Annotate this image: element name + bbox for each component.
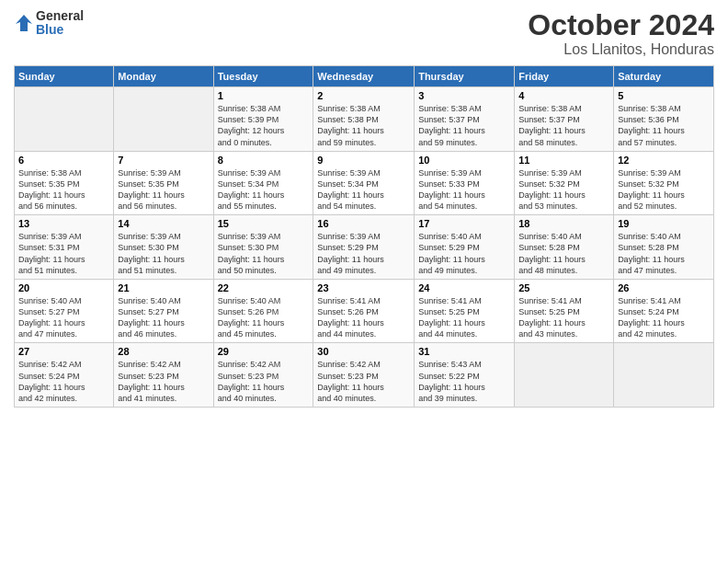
day-number: 1	[218, 90, 310, 101]
day-detail: Sunrise: 5:38 AM Sunset: 5:37 PM Dayligh…	[418, 103, 510, 148]
day-detail: Sunrise: 5:40 AM Sunset: 5:27 PM Dayligh…	[118, 295, 209, 340]
calendar-day-cell: 9Sunrise: 5:39 AM Sunset: 5:34 PM Daylig…	[313, 151, 415, 215]
day-number: 27	[18, 346, 109, 357]
day-detail: Sunrise: 5:40 AM Sunset: 5:28 PM Dayligh…	[618, 231, 710, 276]
calendar-day-cell: 22Sunrise: 5:40 AM Sunset: 5:26 PM Dayli…	[213, 279, 313, 343]
logo: General Blue	[14, 9, 84, 38]
day-number: 17	[418, 218, 510, 229]
calendar-header-cell: Saturday	[614, 66, 714, 87]
calendar-day-cell: 6Sunrise: 5:38 AM Sunset: 5:35 PM Daylig…	[15, 151, 114, 215]
day-number: 12	[618, 155, 710, 166]
calendar-day-cell: 1Sunrise: 5:38 AM Sunset: 5:39 PM Daylig…	[213, 87, 313, 152]
calendar-day-cell: 27Sunrise: 5:42 AM Sunset: 5:24 PM Dayli…	[15, 343, 114, 408]
day-detail: Sunrise: 5:40 AM Sunset: 5:26 PM Dayligh…	[218, 295, 310, 340]
day-number: 14	[118, 218, 209, 229]
calendar-header-row: SundayMondayTuesdayWednesdayThursdayFrid…	[15, 66, 714, 87]
day-detail: Sunrise: 5:41 AM Sunset: 5:25 PM Dayligh…	[518, 295, 609, 340]
calendar-day-cell: 31Sunrise: 5:43 AM Sunset: 5:22 PM Dayli…	[415, 343, 515, 408]
day-detail: Sunrise: 5:39 AM Sunset: 5:30 PM Dayligh…	[218, 231, 310, 276]
calendar-day-cell: 5Sunrise: 5:38 AM Sunset: 5:36 PM Daylig…	[614, 87, 714, 152]
day-number: 31	[418, 346, 510, 357]
day-detail: Sunrise: 5:42 AM Sunset: 5:23 PM Dayligh…	[317, 359, 410, 404]
calendar-header-cell: Thursday	[415, 66, 515, 87]
calendar-day-cell: 4Sunrise: 5:38 AM Sunset: 5:37 PM Daylig…	[515, 87, 614, 152]
calendar-header-cell: Tuesday	[213, 66, 313, 87]
day-detail: Sunrise: 5:39 AM Sunset: 5:29 PM Dayligh…	[317, 231, 410, 276]
day-number: 11	[518, 155, 609, 166]
day-number: 16	[317, 218, 410, 229]
day-number: 18	[518, 218, 609, 229]
calendar-day-cell: 11Sunrise: 5:39 AM Sunset: 5:32 PM Dayli…	[515, 151, 614, 215]
day-detail: Sunrise: 5:39 AM Sunset: 5:34 PM Dayligh…	[218, 167, 310, 213]
day-detail: Sunrise: 5:39 AM Sunset: 5:33 PM Dayligh…	[418, 167, 510, 213]
calendar-body: 1Sunrise: 5:38 AM Sunset: 5:39 PM Daylig…	[15, 87, 714, 408]
day-detail: Sunrise: 5:38 AM Sunset: 5:38 PM Dayligh…	[317, 103, 410, 148]
day-number: 19	[618, 218, 710, 229]
day-number: 15	[218, 218, 310, 229]
day-number: 29	[218, 346, 310, 357]
calendar-day-cell: 2Sunrise: 5:38 AM Sunset: 5:38 PM Daylig…	[313, 87, 415, 152]
day-detail: Sunrise: 5:38 AM Sunset: 5:37 PM Dayligh…	[518, 103, 609, 148]
day-detail: Sunrise: 5:43 AM Sunset: 5:22 PM Dayligh…	[418, 359, 510, 404]
calendar-day-cell: 19Sunrise: 5:40 AM Sunset: 5:28 PM Dayli…	[614, 215, 714, 280]
day-number: 6	[18, 155, 109, 166]
day-number: 8	[218, 155, 310, 166]
day-detail: Sunrise: 5:40 AM Sunset: 5:28 PM Dayligh…	[518, 231, 609, 276]
day-number: 22	[218, 282, 310, 293]
logo-line1: General	[36, 9, 84, 23]
day-detail: Sunrise: 5:40 AM Sunset: 5:29 PM Dayligh…	[418, 231, 510, 276]
calendar-day-cell: 20Sunrise: 5:40 AM Sunset: 5:27 PM Dayli…	[15, 279, 114, 343]
day-number: 30	[317, 346, 410, 357]
calendar-day-cell: 29Sunrise: 5:42 AM Sunset: 5:23 PM Dayli…	[213, 343, 313, 408]
day-number: 25	[518, 282, 609, 293]
calendar-day-cell: 8Sunrise: 5:39 AM Sunset: 5:34 PM Daylig…	[213, 151, 313, 215]
calendar-header-cell: Monday	[114, 66, 213, 87]
calendar-week-row: 27Sunrise: 5:42 AM Sunset: 5:24 PM Dayli…	[15, 343, 714, 408]
day-number: 2	[317, 90, 410, 101]
day-number: 28	[118, 346, 209, 357]
day-detail: Sunrise: 5:38 AM Sunset: 5:39 PM Dayligh…	[218, 103, 310, 148]
calendar-day-cell: 30Sunrise: 5:42 AM Sunset: 5:23 PM Dayli…	[313, 343, 415, 408]
title-block: October 2024 Los Llanitos, Honduras	[528, 9, 714, 58]
calendar-day-cell: 25Sunrise: 5:41 AM Sunset: 5:25 PM Dayli…	[515, 279, 614, 343]
day-detail: Sunrise: 5:42 AM Sunset: 5:23 PM Dayligh…	[218, 359, 310, 404]
day-detail: Sunrise: 5:41 AM Sunset: 5:26 PM Dayligh…	[317, 295, 410, 340]
logo-bird-icon	[14, 13, 34, 33]
calendar-day-cell: 7Sunrise: 5:39 AM Sunset: 5:35 PM Daylig…	[114, 151, 213, 215]
logo-line2: Blue	[36, 23, 84, 37]
calendar-header-cell: Sunday	[15, 66, 114, 87]
calendar-week-row: 20Sunrise: 5:40 AM Sunset: 5:27 PM Dayli…	[15, 279, 714, 343]
day-detail: Sunrise: 5:39 AM Sunset: 5:34 PM Dayligh…	[317, 167, 410, 213]
calendar-day-cell: 18Sunrise: 5:40 AM Sunset: 5:28 PM Dayli…	[515, 215, 614, 280]
calendar-day-cell: 14Sunrise: 5:39 AM Sunset: 5:30 PM Dayli…	[114, 215, 213, 280]
day-number: 21	[118, 282, 209, 293]
calendar-day-cell: 21Sunrise: 5:40 AM Sunset: 5:27 PM Dayli…	[114, 279, 213, 343]
calendar-week-row: 1Sunrise: 5:38 AM Sunset: 5:39 PM Daylig…	[15, 87, 714, 152]
day-detail: Sunrise: 5:40 AM Sunset: 5:27 PM Dayligh…	[18, 295, 109, 340]
calendar-day-cell: 24Sunrise: 5:41 AM Sunset: 5:25 PM Dayli…	[415, 279, 515, 343]
page-subtitle: Los Llanitos, Honduras	[528, 41, 714, 58]
day-detail: Sunrise: 5:42 AM Sunset: 5:23 PM Dayligh…	[118, 359, 209, 404]
day-detail: Sunrise: 5:39 AM Sunset: 5:30 PM Dayligh…	[118, 231, 209, 276]
day-number: 24	[418, 282, 510, 293]
day-detail: Sunrise: 5:38 AM Sunset: 5:35 PM Dayligh…	[18, 167, 109, 213]
calendar-day-cell: 10Sunrise: 5:39 AM Sunset: 5:33 PM Dayli…	[415, 151, 515, 215]
calendar-day-cell	[515, 343, 614, 408]
day-detail: Sunrise: 5:38 AM Sunset: 5:36 PM Dayligh…	[618, 103, 710, 148]
calendar-day-cell: 23Sunrise: 5:41 AM Sunset: 5:26 PM Dayli…	[313, 279, 415, 343]
day-detail: Sunrise: 5:39 AM Sunset: 5:32 PM Dayligh…	[618, 167, 710, 213]
calendar-day-cell: 12Sunrise: 5:39 AM Sunset: 5:32 PM Dayli…	[614, 151, 714, 215]
day-number: 3	[418, 90, 510, 101]
day-number: 20	[18, 282, 109, 293]
calendar-day-cell: 26Sunrise: 5:41 AM Sunset: 5:24 PM Dayli…	[614, 279, 714, 343]
day-number: 26	[618, 282, 710, 293]
calendar-week-row: 13Sunrise: 5:39 AM Sunset: 5:31 PM Dayli…	[15, 215, 714, 280]
calendar-header-cell: Wednesday	[313, 66, 415, 87]
day-number: 5	[618, 90, 710, 101]
calendar-day-cell: 17Sunrise: 5:40 AM Sunset: 5:29 PM Dayli…	[415, 215, 515, 280]
day-number: 7	[118, 155, 209, 166]
calendar-table: SundayMondayTuesdayWednesdayThursdayFrid…	[14, 65, 714, 408]
day-number: 13	[18, 218, 109, 229]
calendar-day-cell	[614, 343, 714, 408]
day-detail: Sunrise: 5:41 AM Sunset: 5:25 PM Dayligh…	[418, 295, 510, 340]
